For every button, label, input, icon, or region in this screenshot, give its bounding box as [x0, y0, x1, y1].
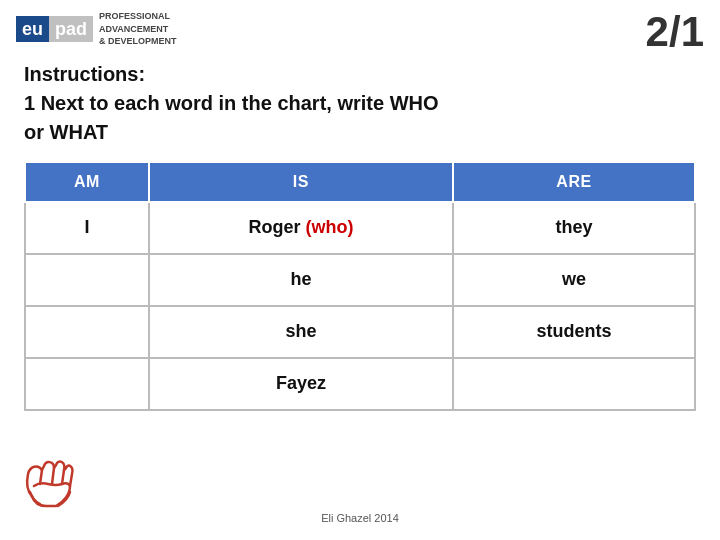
table-row: he we	[25, 254, 695, 306]
slide-number: 2/1	[646, 8, 704, 56]
logo-eu: eu	[16, 16, 49, 42]
roger-text: Roger	[248, 217, 305, 237]
hand-logo-icon	[20, 456, 82, 510]
footer-logo	[20, 456, 82, 514]
col-header-am: AM	[25, 162, 149, 202]
footer: Eli Ghazel 2014	[0, 512, 720, 524]
cell-are-4	[453, 358, 695, 410]
cell-are-3: students	[453, 306, 695, 358]
cell-am-4	[25, 358, 149, 410]
table-row: I Roger (who) they	[25, 202, 695, 254]
col-header-are: ARE	[453, 162, 695, 202]
cell-is-3: she	[149, 306, 453, 358]
cell-is-4: Fayez	[149, 358, 453, 410]
instructions-line2: 1 Next to each word in the chart, write …	[24, 89, 696, 118]
cell-are-1: they	[453, 202, 695, 254]
who-text: (who)	[305, 217, 353, 237]
cell-is-1: Roger (who)	[149, 202, 453, 254]
cell-are-2: we	[453, 254, 695, 306]
col-header-is: IS	[149, 162, 453, 202]
instructions: Instructions: 1 Next to each word in the…	[0, 52, 720, 161]
cell-am-1: I	[25, 202, 149, 254]
logo-tagline: PROFESSIONAL ADVANCEMENT & DEVELOPMENT	[99, 10, 177, 48]
header: eu pad PROFESSIONAL ADVANCEMENT & DEVELO…	[0, 0, 720, 52]
table-row: she students	[25, 306, 695, 358]
cell-is-2: he	[149, 254, 453, 306]
footer-credit: Eli Ghazel 2014	[321, 512, 399, 524]
chart-table: AM IS ARE I Roger (who) they he we she s…	[24, 161, 696, 411]
cell-am-2	[25, 254, 149, 306]
instructions-line3: or WHAT	[24, 118, 696, 147]
logo: eu pad PROFESSIONAL ADVANCEMENT & DEVELO…	[16, 10, 177, 48]
instructions-line1: Instructions:	[24, 60, 696, 89]
table-row: Fayez	[25, 358, 695, 410]
cell-am-3	[25, 306, 149, 358]
logo-pad: pad	[49, 16, 93, 42]
